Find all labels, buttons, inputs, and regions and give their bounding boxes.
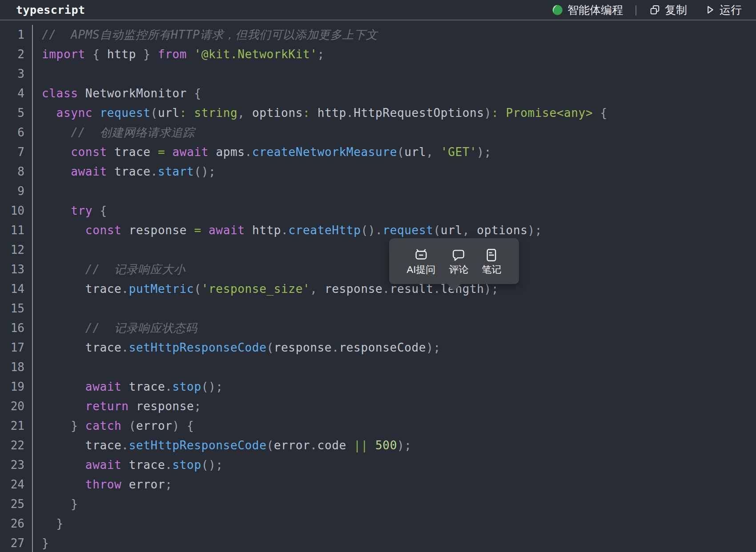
line-number: 3	[0, 64, 33, 84]
code-text	[33, 240, 42, 260]
code-text: }	[33, 494, 78, 514]
line-number: 17	[0, 338, 33, 357]
code-line: 15	[0, 299, 756, 318]
code-line: 21 } catch (error) {	[0, 416, 756, 436]
code-line: 23 await trace.stop();	[0, 455, 756, 475]
language-label: typescript	[16, 4, 85, 16]
line-number: 23	[0, 455, 33, 475]
code-text	[33, 299, 42, 318]
line-number: 19	[0, 377, 33, 396]
context-toolbar-popup: AI提问 评论 笔记	[389, 238, 519, 284]
code-text: try {	[33, 201, 107, 220]
code-line: 7 const trace = await apms.createNetwork…	[0, 142, 756, 162]
line-number: 15	[0, 299, 33, 318]
line-number: 9	[0, 181, 33, 201]
note-button[interactable]: 笔记	[482, 248, 501, 275]
code-text: throw error;	[33, 475, 173, 494]
code-line: 20 return response;	[0, 396, 756, 416]
line-number: 10	[0, 201, 33, 220]
line-number: 12	[0, 240, 33, 260]
copy-icon	[649, 4, 661, 16]
code-text: await trace.stop();	[33, 377, 223, 396]
agent-coding-button[interactable]: 智能体编程	[551, 3, 623, 17]
code-line: 19 await trace.stop();	[0, 377, 756, 396]
line-number: 26	[0, 514, 33, 533]
line-number: 4	[0, 84, 33, 103]
code-line: 22 trace.setHttpResponseCode(error.code …	[0, 436, 756, 455]
line-number: 20	[0, 396, 33, 416]
line-number: 18	[0, 357, 33, 377]
code-text: }	[33, 514, 64, 533]
code-lines: 1// APMS自动监控所有HTTP请求，但我们可以添加更多上下文2import…	[0, 25, 756, 552]
run-icon	[704, 4, 716, 16]
code-text: }	[33, 533, 49, 552]
code-line: 8 await trace.start();	[0, 162, 756, 181]
code-text	[33, 64, 42, 84]
code-line: 9	[0, 181, 756, 201]
code-text: await trace.stop();	[33, 455, 223, 475]
code-text: import { http } from '@kit.NetworkKit';	[33, 44, 325, 64]
topbar-separator: |	[634, 4, 638, 16]
code-line: 1// APMS自动监控所有HTTP请求，但我们可以添加更多上下文	[0, 25, 756, 44]
agent-coding-label: 智能体编程	[567, 3, 623, 17]
note-icon	[484, 248, 499, 263]
line-number: 13	[0, 260, 33, 279]
code-line: 16 // 记录响应状态码	[0, 318, 756, 338]
run-label: 运行	[720, 3, 742, 17]
code-line: 11 const response = await http.createHtt…	[0, 220, 756, 240]
line-number: 7	[0, 142, 33, 162]
line-number: 11	[0, 220, 33, 240]
comment-button[interactable]: 评论	[449, 248, 468, 275]
robot-icon	[414, 248, 429, 263]
code-text: } catch (error) {	[33, 416, 194, 436]
code-text: // 记录响应大小	[33, 260, 185, 279]
line-number: 22	[0, 436, 33, 455]
line-number: 2	[0, 44, 33, 64]
line-number: 25	[0, 494, 33, 514]
line-number: 5	[0, 103, 33, 123]
code-editor[interactable]: 1// APMS自动监控所有HTTP请求，但我们可以添加更多上下文2import…	[0, 20, 756, 552]
comment-bubble-icon	[451, 248, 466, 263]
code-text: trace.setHttpResponseCode(error.code || …	[33, 436, 412, 455]
code-line: 25 }	[0, 494, 756, 514]
code-text: return response;	[33, 396, 201, 416]
code-line: 2import { http } from '@kit.NetworkKit';	[0, 44, 756, 64]
code-text: // 记录响应状态码	[33, 318, 197, 338]
code-text	[33, 181, 42, 201]
copy-label: 复制	[665, 3, 687, 17]
agent-logo-icon	[551, 4, 563, 16]
line-number: 16	[0, 318, 33, 338]
code-text: trace.setHttpResponseCode(response.respo…	[33, 338, 441, 357]
code-text: async request(url: string, options: http…	[33, 103, 607, 123]
code-line: 18	[0, 357, 756, 377]
comment-label: 评论	[449, 265, 468, 275]
note-label: 笔记	[482, 265, 501, 275]
code-line: 13 // 记录响应大小	[0, 260, 756, 279]
code-text: await trace.start();	[33, 162, 216, 181]
code-text: // APMS自动监控所有HTTP请求，但我们可以添加更多上下文	[33, 25, 378, 44]
code-line: 12	[0, 240, 756, 260]
code-text: class NetworkMonitor {	[33, 84, 201, 103]
code-line: 24 throw error;	[0, 475, 756, 494]
code-line: 3	[0, 64, 756, 84]
topbar-actions: 智能体编程 | 复制 运行	[551, 3, 742, 17]
code-text: const response = await http.createHttp()…	[33, 220, 542, 240]
code-line: 14 trace.putMetric('response_size', resp…	[0, 279, 756, 299]
line-number: 27	[0, 533, 33, 552]
copy-button[interactable]: 复制	[649, 3, 687, 17]
line-number: 24	[0, 475, 33, 494]
code-line: 4class NetworkMonitor {	[0, 84, 756, 103]
code-line: 17 trace.setHttpResponseCode(response.re…	[0, 338, 756, 357]
ai-ask-label: AI提问	[407, 265, 436, 275]
line-number: 8	[0, 162, 33, 181]
code-line: 6 // 创建网络请求追踪	[0, 123, 756, 142]
code-text: // 创建网络请求追踪	[33, 123, 195, 142]
run-button[interactable]: 运行	[704, 3, 742, 17]
line-number: 1	[0, 25, 33, 44]
line-number: 6	[0, 123, 33, 142]
line-number: 21	[0, 416, 33, 436]
popup-tail	[447, 284, 461, 291]
ai-ask-button[interactable]: AI提问	[407, 248, 436, 275]
line-number: 14	[0, 279, 33, 299]
code-line: 27}	[0, 533, 756, 552]
